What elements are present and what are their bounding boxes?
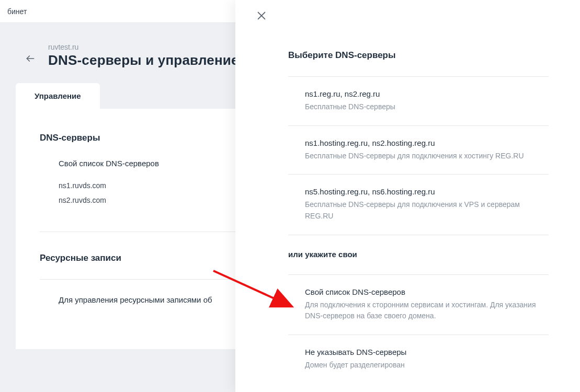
option-sub: Для подключения к сторонним сервисам и х… — [305, 299, 549, 322]
back-button[interactable] — [22, 50, 39, 67]
tab-management[interactable]: Управление — [16, 83, 100, 109]
dns-option-regru[interactable]: ns1.reg.ru, ns2.reg.ru Бесплатные DNS-се… — [288, 76, 549, 125]
option-sub: Бесплатные DNS-серверы для подключения к… — [305, 151, 549, 162]
option-sub: Бесплатные DNS-серверы для подключения к… — [305, 199, 549, 222]
option-sub: Домен будет разделегирован — [305, 360, 549, 371]
panel-title: Выберите DNS-серверы — [288, 50, 549, 61]
panel-body: Выберите DNS-серверы ns1.reg.ru, ns2.reg… — [288, 50, 549, 384]
page-title: DNS-серверы и управление зо — [48, 52, 258, 68]
dns-option-hosting[interactable]: ns1.hosting.reg.ru, ns2.hosting.reg.ru Б… — [288, 125, 549, 175]
dns-picker-panel: Выберите DNS-серверы ns1.reg.ru, ns2.reg… — [235, 0, 580, 392]
close-icon — [256, 10, 267, 21]
header-text: ruvtest.ru DNS-серверы и управление зо — [48, 43, 258, 68]
option-title: Не указывать DNS-серверы — [305, 348, 549, 356]
topbar-label: бинет — [7, 7, 27, 16]
option-title: ns1.reg.ru, ns2.reg.ru — [305, 89, 549, 98]
option-title: Свой список DNS-серверов — [305, 287, 549, 296]
option-title: ns1.hosting.reg.ru, ns2.hosting.reg.ru — [305, 139, 549, 147]
dns-option-custom-list[interactable]: Свой список DNS-серверов Для подключения… — [288, 274, 549, 335]
panel-subtitle: или укажите свои — [288, 250, 549, 259]
dns-option-none[interactable]: Не указывать DNS-серверы Домен будет раз… — [288, 335, 549, 384]
arrow-left-icon — [25, 53, 36, 64]
option-sub: Бесплатные DNS-серверы — [305, 101, 549, 113]
dns-option-vps[interactable]: ns5.hosting.reg.ru, ns6.hosting.reg.ru Б… — [288, 174, 549, 235]
option-title: ns5.hosting.reg.ru, ns6.hosting.reg.ru — [305, 187, 549, 196]
domain-name: ruvtest.ru — [48, 43, 258, 51]
close-button[interactable] — [254, 8, 269, 23]
